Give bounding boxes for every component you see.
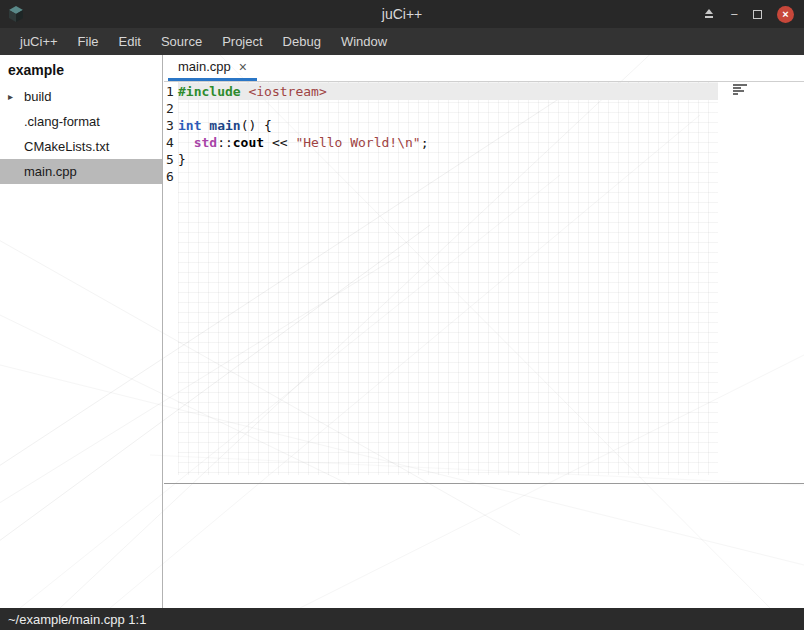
tree-root-label: example [0, 55, 162, 84]
code-editor[interactable]: 1#include <iostream>23int main() {4 std:… [164, 82, 804, 483]
overview-mark [733, 84, 747, 86]
tree-item-main-cpp[interactable]: main.cpp [0, 159, 162, 184]
close-button[interactable]: × [777, 6, 794, 23]
menu-bar: juCi++FileEditSourceProjectDebugWindow [0, 28, 804, 55]
code-line: 5} [164, 151, 804, 168]
tree-item-label: main.cpp [24, 164, 77, 179]
code-line: 4 std::cout << "Hello World!\n"; [164, 134, 804, 151]
tree-items: ▸build.clang-formatCMakeLists.txtmain.cp… [0, 84, 162, 184]
line-code: } [178, 151, 186, 168]
code-lines: 1#include <iostream>23int main() {4 std:… [164, 82, 804, 185]
window-controls: −× [703, 6, 794, 23]
overview-mark [733, 87, 741, 89]
tree-item-clang-format[interactable]: .clang-format [0, 109, 162, 134]
overview-mark [733, 90, 744, 92]
line-code: std::cout << "Hello World!\n"; [178, 134, 428, 151]
menu-item-juci[interactable]: juCi++ [10, 29, 68, 54]
line-number: 5 [164, 151, 178, 168]
menu-item-edit[interactable]: Edit [109, 29, 151, 54]
menu-item-debug[interactable]: Debug [273, 29, 331, 54]
code-line: 2 [164, 100, 804, 117]
line-code: #include <iostream> [178, 83, 327, 100]
status-bar: ~/example/main.cpp 1:1 [0, 608, 804, 630]
line-number: 6 [164, 168, 178, 185]
tree-item-label: CMakeLists.txt [24, 139, 109, 154]
menu-item-window[interactable]: Window [331, 29, 397, 54]
line-number: 4 [164, 134, 178, 151]
status-file-position: ~/example/main.cpp 1:1 [8, 612, 146, 627]
menu-item-file[interactable]: File [68, 29, 109, 54]
expander-icon[interactable]: ▸ [8, 84, 13, 109]
tab-close-icon[interactable]: × [239, 59, 247, 75]
menu-item-source[interactable]: Source [151, 29, 212, 54]
line-number: 1 [164, 83, 178, 100]
minimize-button[interactable]: − [730, 8, 738, 21]
tab-main-cpp[interactable]: main.cpp× [168, 55, 257, 81]
eject-button[interactable] [703, 8, 715, 20]
line-number: 3 [164, 117, 178, 134]
app-window: juCi++ −× juCi++FileEditSourceProjectDeb… [0, 0, 804, 630]
tab-bar: main.cpp× [164, 55, 804, 82]
line-code: int main() { [178, 117, 272, 134]
overview-mark [733, 93, 738, 95]
tree-item-build[interactable]: ▸build [0, 84, 162, 109]
tree-item-label: build [24, 89, 51, 104]
file-tree-sidebar: example ▸build.clang-formatCMakeLists.tx… [0, 55, 163, 608]
content-area: example ▸build.clang-formatCMakeLists.tx… [0, 55, 804, 608]
tree-item-label: .clang-format [24, 114, 100, 129]
code-line: 6 [164, 168, 804, 185]
editor-column: main.cpp× 1#include <iostream>23int main… [164, 55, 804, 608]
code-line: 3int main() { [164, 117, 804, 134]
title-bar: juCi++ −× [0, 0, 804, 28]
tree-item-cmakelists-txt[interactable]: CMakeLists.txt [0, 134, 162, 159]
window-title: juCi++ [0, 6, 804, 22]
code-line: 1#include <iostream> [164, 83, 804, 100]
line-number: 2 [164, 100, 178, 117]
source-overview-map [733, 84, 747, 95]
terminal-panel[interactable] [164, 483, 804, 608]
restore-button[interactable] [753, 10, 762, 19]
tab-label: main.cpp [178, 59, 231, 74]
menu-item-project[interactable]: Project [212, 29, 272, 54]
